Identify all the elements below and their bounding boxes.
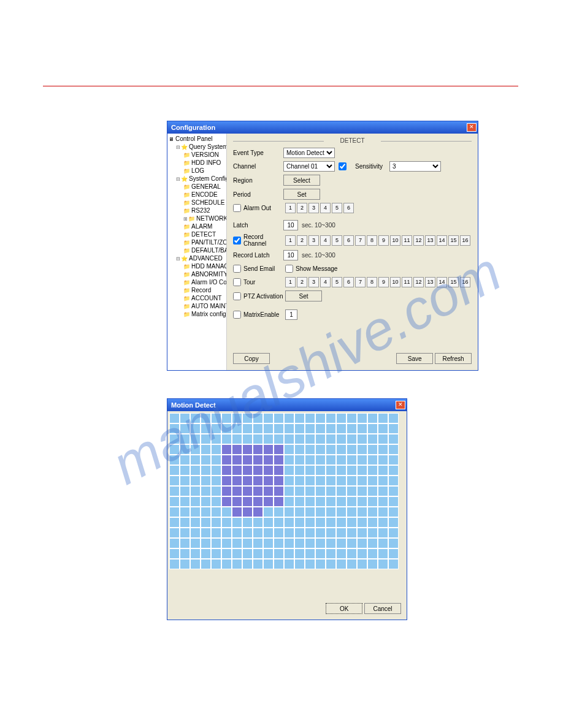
alarm-out-checkbox[interactable] xyxy=(233,204,241,212)
motion-cell[interactable] xyxy=(221,486,232,496)
latch-input[interactable] xyxy=(283,220,298,230)
motion-cell[interactable] xyxy=(253,476,263,486)
motion-cell[interactable] xyxy=(378,476,388,486)
motion-cell[interactable] xyxy=(294,465,305,476)
channel-chip[interactable]: 6 xyxy=(343,203,354,213)
titlebar[interactable]: Motion Detect ✕ xyxy=(167,399,407,411)
motion-cell[interactable] xyxy=(242,548,253,559)
motion-cell[interactable] xyxy=(347,507,357,517)
motion-cell[interactable] xyxy=(232,528,242,538)
motion-cell[interactable] xyxy=(242,434,253,444)
motion-cell[interactable] xyxy=(253,444,263,455)
motion-cell[interactable] xyxy=(253,465,263,476)
motion-cell[interactable] xyxy=(284,517,294,528)
motion-cell[interactable] xyxy=(274,423,284,434)
motion-cell[interactable] xyxy=(357,476,367,486)
motion-cell[interactable] xyxy=(180,496,190,507)
motion-cell[interactable] xyxy=(305,413,315,423)
tree-item[interactable]: AUTO MAINTENANCE xyxy=(169,302,225,310)
motion-cell[interactable] xyxy=(242,507,253,517)
motion-cell[interactable] xyxy=(274,444,284,455)
channel-chip[interactable]: 6 xyxy=(343,235,354,246)
channel-select[interactable]: Channel 01 xyxy=(283,161,335,172)
tree-root[interactable]: Control Panel xyxy=(169,135,225,143)
tree-item[interactable]: Matrix config xyxy=(169,310,225,318)
tree-item[interactable]: VERSION xyxy=(169,151,225,159)
channel-chip[interactable]: 2 xyxy=(297,203,307,213)
motion-cell[interactable] xyxy=(294,476,305,486)
motion-cell[interactable] xyxy=(263,517,274,528)
motion-cell[interactable] xyxy=(326,486,336,496)
channel-chip[interactable]: 4 xyxy=(320,235,331,246)
motion-cell[interactable] xyxy=(388,528,399,538)
motion-cell[interactable] xyxy=(326,517,336,528)
motion-cell[interactable] xyxy=(347,486,357,496)
motion-cell[interactable] xyxy=(347,465,357,476)
motion-cell[interactable] xyxy=(232,455,242,465)
motion-cell[interactable] xyxy=(347,538,357,548)
motion-cell[interactable] xyxy=(232,434,242,444)
motion-cell[interactable] xyxy=(378,434,388,444)
channel-chip[interactable]: 5 xyxy=(332,277,342,287)
motion-cell[interactable] xyxy=(347,528,357,538)
motion-cell[interactable] xyxy=(253,455,263,465)
motion-cell[interactable] xyxy=(294,455,305,465)
channel-chip[interactable]: 13 xyxy=(425,235,435,246)
motion-cell[interactable] xyxy=(221,476,232,486)
motion-cell[interactable] xyxy=(221,496,232,507)
motion-cell[interactable] xyxy=(294,559,305,569)
motion-cell[interactable] xyxy=(336,444,347,455)
motion-cell[interactable] xyxy=(305,538,315,548)
motion-cell[interactable] xyxy=(284,496,294,507)
motion-cell[interactable] xyxy=(263,507,274,517)
tree-item[interactable]: ABNORMITY xyxy=(169,270,225,278)
motion-cell[interactable] xyxy=(242,486,253,496)
motion-cell[interactable] xyxy=(274,538,284,548)
channel-chip[interactable]: 11 xyxy=(402,277,412,287)
motion-cell[interactable] xyxy=(201,517,211,528)
motion-cell[interactable] xyxy=(221,528,232,538)
motion-cell[interactable] xyxy=(284,538,294,548)
motion-cell[interactable] xyxy=(315,496,326,507)
motion-cell[interactable] xyxy=(284,486,294,496)
channel-chip[interactable]: 10 xyxy=(390,277,400,287)
motion-cell[interactable] xyxy=(378,413,388,423)
motion-cell[interactable] xyxy=(201,476,211,486)
motion-cell[interactable] xyxy=(326,548,336,559)
motion-cell[interactable] xyxy=(274,528,284,538)
motion-cell[interactable] xyxy=(263,559,274,569)
motion-cell[interactable] xyxy=(294,548,305,559)
motion-cell[interactable] xyxy=(201,434,211,444)
motion-cell[interactable] xyxy=(336,476,347,486)
motion-cell[interactable] xyxy=(305,517,315,528)
motion-cell[interactable] xyxy=(378,517,388,528)
channel-chip[interactable]: 4 xyxy=(320,203,331,213)
motion-cell[interactable] xyxy=(305,434,315,444)
motion-cell[interactable] xyxy=(232,538,242,548)
channel-chip[interactable]: 15 xyxy=(448,235,459,246)
motion-cell[interactable] xyxy=(315,528,326,538)
motion-cell[interactable] xyxy=(232,507,242,517)
motion-cell[interactable] xyxy=(169,476,180,486)
motion-cell[interactable] xyxy=(305,559,315,569)
motion-cell[interactable] xyxy=(242,528,253,538)
motion-cell[interactable] xyxy=(253,423,263,434)
motion-cell[interactable] xyxy=(190,455,201,465)
motion-cell[interactable] xyxy=(169,423,180,434)
channel-chip[interactable]: 3 xyxy=(308,203,319,213)
motion-cell[interactable] xyxy=(263,538,274,548)
motion-cell[interactable] xyxy=(357,465,367,476)
motion-cell[interactable] xyxy=(211,538,221,548)
motion-cell[interactable] xyxy=(232,465,242,476)
motion-cell[interactable] xyxy=(242,517,253,528)
motion-cell[interactable] xyxy=(253,507,263,517)
motion-cell[interactable] xyxy=(347,559,357,569)
motion-cell[interactable] xyxy=(336,413,347,423)
motion-cell[interactable] xyxy=(284,548,294,559)
sensitivity-select[interactable]: 3 xyxy=(389,161,441,172)
motion-cell[interactable] xyxy=(357,559,367,569)
motion-cell[interactable] xyxy=(357,434,367,444)
motion-cell[interactable] xyxy=(367,548,378,559)
motion-cell[interactable] xyxy=(294,434,305,444)
motion-cell[interactable] xyxy=(201,507,211,517)
